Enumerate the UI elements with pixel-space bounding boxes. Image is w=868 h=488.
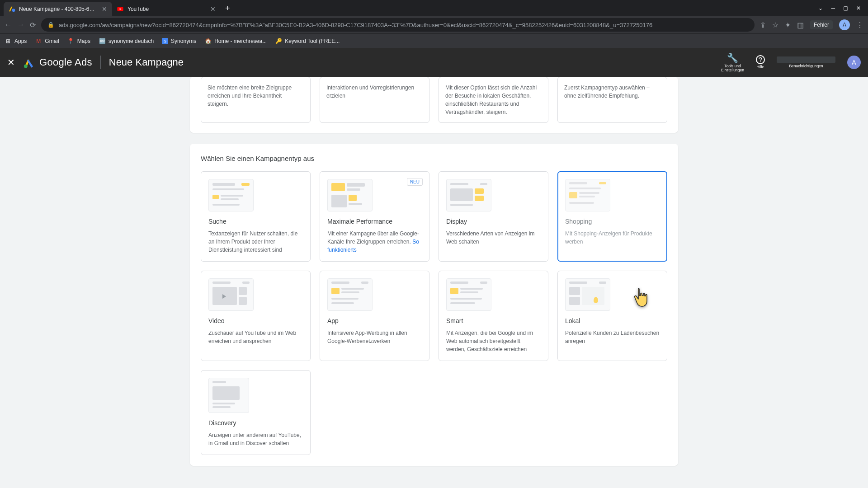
- type-name: App: [327, 317, 422, 324]
- bookmark-merch[interactable]: 🏠Home - merchresea...: [204, 38, 267, 45]
- page-icon: 🔤: [99, 38, 106, 45]
- campaign-type-card: Wählen Sie einen Kampagnentyp aus Suche …: [190, 144, 678, 466]
- thumb-performance-icon: [327, 179, 373, 211]
- campaign-type-video[interactable]: Video Zuschauer auf YouTube und im Web e…: [201, 271, 311, 361]
- type-desc: Textanzeigen für Nutzer schalten, die an…: [208, 230, 303, 254]
- goal-tile-no-goal[interactable]: Zuerst Kampagnentyp auswählen – ohne zie…: [557, 77, 667, 123]
- account-avatar[interactable]: A: [847, 56, 861, 69]
- url-bar[interactable]: 🔒 ads.google.com/aw/campaigns/new?ocid=8…: [41, 18, 755, 32]
- neu-badge: NEU: [407, 178, 423, 186]
- browser-tab-active[interactable]: Neue Kampagne - 400-805-6921 ✕: [4, 2, 112, 16]
- type-desc: Anzeigen unter anderem auf YouTube, in G…: [208, 431, 303, 447]
- tab-bar: Neue Kampagne - 400-805-6921 ✕ YouTube ✕…: [0, 0, 868, 16]
- type-desc: Mit Anzeigen, die bei Google und im Web …: [446, 329, 541, 353]
- tab-close-icon[interactable]: ✕: [210, 6, 216, 12]
- extensions-icon[interactable]: ✦: [785, 21, 791, 29]
- type-desc: Intensivere App-Werbung in allen Google-…: [327, 329, 422, 345]
- help-button[interactable]: ? Hilfe: [756, 55, 765, 69]
- bookmark-maps[interactable]: 📍Maps: [67, 38, 90, 45]
- browser-tab[interactable]: YouTube ✕: [112, 2, 221, 16]
- bookmark-apps[interactable]: ⊞Apps: [5, 38, 27, 45]
- goals-card: Sie möchten eine breite Zielgruppe errei…: [190, 77, 678, 133]
- bookmark-gmail[interactable]: MGmail: [35, 38, 59, 45]
- thumb-discovery-icon: [208, 378, 249, 413]
- campaign-type-discovery[interactable]: Discovery Anzeigen unter anderem auf You…: [201, 370, 311, 455]
- browser-chrome: Neue Kampagne - 400-805-6921 ✕ YouTube ✕…: [0, 0, 868, 48]
- campaign-type-display[interactable]: Display Verschiedene Arten von Anzeigen …: [439, 171, 548, 262]
- type-name: Shopping: [565, 218, 660, 225]
- thumb-video-icon: [208, 278, 254, 311]
- campaign-type-grid: Suche Textanzeigen für Nutzer schalten, …: [201, 171, 667, 455]
- maximize-icon[interactable]: ▢: [843, 5, 848, 11]
- google-ads-logo[interactable]: Google Ads: [23, 56, 92, 68]
- sidepanel-icon[interactable]: ▥: [797, 21, 804, 29]
- goal-tile-local-visits[interactable]: Mit dieser Option lässt sich die Anzahl …: [439, 77, 548, 123]
- ads-favicon: [8, 5, 15, 13]
- content-area: Sie möchten eine breite Zielgruppe errei…: [0, 77, 868, 466]
- window-controls: ⌄ ─ ▢ ✕: [818, 5, 864, 11]
- thumb-search-icon: [208, 179, 254, 211]
- campaign-type-shopping[interactable]: Shopping Mit Shopping-Anzeigen für Produ…: [557, 171, 667, 262]
- page-icon: S: [162, 38, 168, 44]
- bookmark-keyword[interactable]: 🔑Keyword Tool (FREE...: [275, 38, 340, 45]
- type-desc: Mit einer Kampagne über alle Google-Kanä…: [327, 230, 422, 254]
- bookmark-star-icon[interactable]: ☆: [772, 21, 778, 29]
- notifications-button[interactable]: Benachrichtigungen: [777, 56, 835, 68]
- url-text: ads.google.com/aw/campaigns/new?ocid=862…: [59, 22, 748, 28]
- thumb-display-icon: [446, 179, 491, 211]
- minimize-icon[interactable]: ─: [831, 5, 835, 11]
- notif-placeholder: [777, 56, 835, 63]
- campaign-type-smart[interactable]: Smart Mit Anzeigen, die bei Google und i…: [439, 271, 548, 361]
- type-name: Display: [446, 218, 541, 225]
- thumb-app-icon: [327, 278, 373, 311]
- campaign-type-app[interactable]: App Intensivere App-Werbung in allen Goo…: [320, 271, 429, 361]
- profile-avatar[interactable]: A: [839, 19, 850, 30]
- app-header: ✕ Google Ads Neue Kampagne 🔧 Tools und E…: [0, 48, 868, 77]
- ads-logo-icon: [23, 56, 35, 68]
- bookmark-bar: ⊞Apps MGmail 📍Maps 🔤synonyme deutsch SSy…: [0, 33, 868, 48]
- tab-title: YouTube: [127, 6, 206, 12]
- menu-icon[interactable]: ⋮: [856, 21, 863, 29]
- nav-right: ⇪ ☆ ✦ ▥ Fehler A ⋮: [760, 19, 863, 30]
- svg-point-0: [12, 9, 15, 12]
- thumb-smart-icon: [446, 278, 491, 311]
- forward-icon[interactable]: →: [17, 21, 24, 29]
- type-name: Maximale Performance: [327, 218, 422, 225]
- tab-title: Neue Kampagne - 400-805-6921: [19, 6, 98, 12]
- campaign-type-maximale-performance[interactable]: NEU Maximale Performance Mit einer Kampa…: [320, 171, 429, 262]
- section-title: Wählen Sie einen Kampagnentyp aus: [201, 155, 667, 162]
- campaign-type-suche[interactable]: Suche Textanzeigen für Nutzer schalten, …: [201, 171, 311, 262]
- type-name: Lokal: [565, 317, 660, 324]
- chevron-down-icon[interactable]: ⌄: [818, 5, 823, 11]
- goal-tile-interactions[interactable]: Interaktionen und Vorregistrierungen erz…: [320, 77, 429, 123]
- page-title: Neue Kampagne: [109, 56, 184, 68]
- nav-bar: ← → ⟳ 🔒 ads.google.com/aw/campaigns/new?…: [0, 16, 868, 33]
- youtube-favicon: [117, 5, 124, 13]
- type-desc: Potenzielle Kunden zu Ladenbesuchen anre…: [565, 329, 660, 345]
- close-window-icon[interactable]: ✕: [856, 5, 861, 11]
- goal-tile-reach[interactable]: Sie möchten eine breite Zielgruppe errei…: [201, 77, 311, 123]
- logo-text: Google Ads: [39, 56, 92, 68]
- type-desc: Verschiedene Arten von Anzeigen im Web s…: [446, 230, 541, 246]
- home-icon: 🏠: [204, 38, 212, 45]
- thumb-shopping-icon: [565, 179, 610, 211]
- share-icon[interactable]: ⇪: [760, 21, 766, 29]
- divider: [100, 56, 101, 69]
- tab-close-icon[interactable]: ✕: [101, 6, 108, 12]
- bookmark-synonyms[interactable]: SSynonyms: [162, 38, 196, 44]
- error-chip[interactable]: Fehler: [810, 20, 833, 29]
- key-icon: 🔑: [275, 38, 282, 45]
- lock-icon: 🔒: [47, 22, 54, 28]
- tool-label: Hilfe: [756, 65, 764, 69]
- tools-settings-button[interactable]: 🔧 Tools und Einstellungen: [721, 52, 744, 73]
- reload-icon[interactable]: ⟳: [30, 21, 36, 29]
- gmail-icon: M: [35, 38, 42, 45]
- maps-icon: 📍: [67, 38, 75, 45]
- new-tab-button[interactable]: +: [221, 4, 235, 13]
- tool-label: Tools und Einstellungen: [721, 64, 744, 73]
- campaign-type-lokal[interactable]: Lokal Potenzielle Kunden zu Ladenbesuche…: [557, 271, 667, 361]
- bookmark-synonyme[interactable]: 🔤synonyme deutsch: [99, 38, 154, 45]
- close-campaign-icon[interactable]: ✕: [7, 57, 15, 68]
- back-icon[interactable]: ←: [5, 21, 12, 29]
- type-name: Video: [208, 317, 303, 324]
